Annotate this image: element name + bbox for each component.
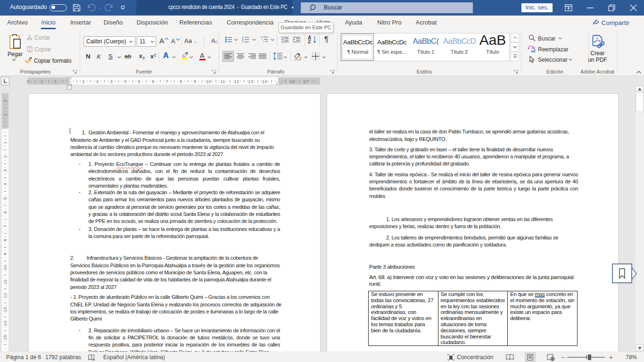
svg-text:1: 1 [2,114,8,116]
svg-text:3: 3 [27,79,29,84]
svg-text:17: 17 [304,79,309,84]
svg-text:8: 8 [180,79,182,84]
svg-text:3: 3 [2,169,8,172]
svg-text:1: 1 [82,79,84,84]
svg-text:7: 7 [2,225,8,227]
svg-text:2: 2 [96,79,99,84]
svg-text:13: 13 [248,79,253,84]
svg-text:3: 3 [110,79,113,84]
svg-text:1: 1 [54,79,57,84]
svg-text:14: 14 [2,321,8,326]
svg-text:12: 12 [2,293,8,298]
svg-text:2: 2 [2,99,8,102]
svg-text:6: 6 [152,79,155,84]
svg-text:11: 11 [220,79,225,84]
svg-text:8: 8 [2,239,8,241]
svg-text:14: 14 [262,79,267,84]
svg-text:16: 16 [290,79,295,84]
svg-text:10: 10 [206,79,211,84]
svg-text:7: 7 [165,79,168,84]
svg-text:5: 5 [138,79,140,84]
svg-text:6: 6 [2,211,8,214]
svg-text:5: 5 [2,197,8,199]
svg-text:15: 15 [2,335,8,340]
svg-text:4: 4 [2,183,8,186]
svg-text:12: 12 [234,79,239,84]
svg-text:11: 11 [2,280,8,284]
svg-text:2: 2 [2,155,8,157]
svg-text:9: 9 [2,253,8,255]
svg-text:2: 2 [41,79,43,84]
svg-text:1: 1 [2,141,8,144]
svg-text:4: 4 [124,79,127,84]
svg-text:9: 9 [194,79,196,84]
svg-text:13: 13 [2,307,8,312]
svg-text:10: 10 [2,265,8,270]
